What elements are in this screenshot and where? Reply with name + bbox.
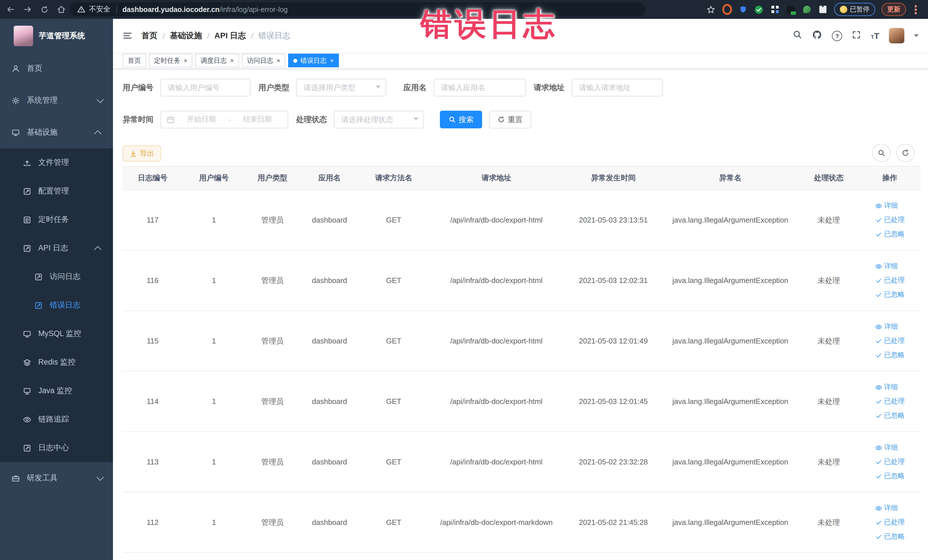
sidebar-item-job[interactable]: 定时任务 bbox=[0, 205, 113, 234]
extension-orange-icon[interactable] bbox=[722, 5, 732, 14]
sidebar-item-log-center[interactable]: 日志中心 bbox=[0, 433, 113, 462]
home-icon[interactable] bbox=[56, 5, 66, 14]
extension-on-icon[interactable] bbox=[786, 5, 796, 14]
row-action-ignored[interactable]: 已忽略 bbox=[875, 290, 905, 299]
log-id-cell: 113 bbox=[123, 432, 183, 492]
avatar[interactable] bbox=[889, 28, 904, 43]
bookmark-star-icon[interactable] bbox=[706, 5, 716, 14]
row-action-detail[interactable]: 详细 bbox=[875, 322, 898, 331]
filter-label: 处理状态 bbox=[296, 114, 327, 125]
user-type-cell: 管理员 bbox=[245, 311, 299, 371]
sidebar-item-config[interactable]: 配置管理 bbox=[0, 177, 113, 205]
update-button[interactable]: 更新 bbox=[882, 3, 906, 16]
extension-plant-icon[interactable] bbox=[802, 5, 812, 14]
chevron-down-icon[interactable] bbox=[914, 34, 919, 37]
eye-icon bbox=[875, 323, 882, 330]
row-action-ignored[interactable]: 已忽略 bbox=[875, 411, 905, 421]
extension-grid-icon[interactable] bbox=[770, 5, 780, 14]
breadcrumb-item[interactable]: 首页 bbox=[142, 31, 157, 41]
row-action-detail[interactable]: 详细 bbox=[875, 201, 898, 211]
hamburger-icon[interactable] bbox=[123, 31, 132, 41]
sidebar-item-api-log[interactable]: API 日志 bbox=[0, 234, 113, 262]
close-icon[interactable]: × bbox=[330, 57, 334, 64]
font-size-icon[interactable]: TT bbox=[871, 31, 879, 40]
process-status-select[interactable] bbox=[334, 111, 424, 128]
search-button[interactable]: 搜索 bbox=[440, 111, 482, 128]
row-action-ignored[interactable]: 已忽略 bbox=[875, 532, 905, 542]
row-action-detail[interactable]: 详细 bbox=[875, 443, 898, 452]
sidebar-item-label: Redis 监控 bbox=[38, 357, 76, 368]
sidebar-item-mysql[interactable]: MySQL 监控 bbox=[0, 319, 113, 348]
row-action-ignored[interactable]: 已忽略 bbox=[875, 229, 905, 239]
request-url-cell: /api/infra/db-doc/export-html bbox=[428, 250, 565, 311]
sidebar-item-file[interactable]: 文件管理 bbox=[0, 148, 113, 177]
row-action-processed[interactable]: 已处理 bbox=[875, 215, 905, 225]
app-logo[interactable]: 芋道管理系统 bbox=[0, 19, 113, 52]
log-id-cell: 112 bbox=[123, 492, 183, 552]
tab-错误日志[interactable]: 错误日志× bbox=[288, 53, 339, 67]
date-range-picker[interactable]: 开始日期 - 结束日期 bbox=[160, 111, 288, 128]
sidebar-item-devtools[interactable]: 研发工具 bbox=[0, 462, 113, 494]
chevron-down-icon bbox=[97, 473, 104, 481]
sidebar-item-trace[interactable]: 链路追踪 bbox=[0, 405, 113, 433]
breadcrumb-item[interactable]: API 日志 bbox=[215, 31, 246, 41]
extension-shield-icon[interactable] bbox=[738, 5, 748, 14]
row-action-processed[interactable]: 已处理 bbox=[875, 457, 905, 467]
extensions-puzzle-icon[interactable] bbox=[818, 5, 827, 14]
tab-定时任务[interactable]: 定时任务× bbox=[149, 53, 192, 67]
sidebar-item-home[interactable]: 首页 bbox=[0, 52, 113, 84]
profile-paused-chip[interactable]: 已暂停 bbox=[834, 3, 875, 16]
tab-首页[interactable]: 首页 bbox=[123, 53, 146, 67]
row-action-processed[interactable]: 已处理 bbox=[875, 397, 905, 406]
user-type-cell: 管理员 bbox=[245, 432, 299, 492]
browser-menu-icon[interactable] bbox=[914, 8, 917, 11]
user-type-cell: 管理员 bbox=[245, 371, 299, 432]
row-action-ignored[interactable]: 已忽略 bbox=[875, 350, 905, 360]
search-toggle-button[interactable] bbox=[872, 144, 891, 162]
app-name-input[interactable] bbox=[433, 79, 526, 96]
fullscreen-icon[interactable] bbox=[852, 30, 861, 41]
breadcrumb-item[interactable]: 基础设施 bbox=[170, 31, 202, 41]
close-icon[interactable]: × bbox=[184, 57, 188, 64]
time-cell: 2021-05-03 23:13:51 bbox=[565, 190, 662, 250]
sidebar-item-system[interactable]: 系统管理 bbox=[0, 84, 113, 116]
reset-button[interactable]: 重置 bbox=[489, 111, 531, 128]
row-action-processed[interactable]: 已处理 bbox=[875, 517, 905, 527]
tab-调度日志[interactable]: 调度日志× bbox=[195, 53, 239, 67]
sidebar-item-label: 文件管理 bbox=[38, 157, 69, 168]
user-id-input[interactable] bbox=[160, 79, 250, 96]
export-button[interactable]: 导出 bbox=[123, 145, 161, 162]
close-icon[interactable]: × bbox=[230, 57, 234, 64]
search-icon[interactable] bbox=[793, 30, 803, 42]
sidebar-item-access-log[interactable]: 访问日志 bbox=[0, 262, 113, 291]
forward-icon[interactable] bbox=[23, 5, 32, 14]
github-icon[interactable] bbox=[812, 29, 823, 42]
exception-cell: java.lang.IllegalArgumentException bbox=[662, 190, 799, 250]
security-label[interactable]: 不安全 bbox=[89, 5, 110, 14]
screenshot-root: 不安全 dashboard.yudao.iocoder.cn/infra/log… bbox=[0, 0, 928, 560]
warning-icon bbox=[76, 5, 86, 14]
sidebar-item-error-log[interactable]: 错误日志 bbox=[0, 291, 113, 319]
monitor-icon bbox=[23, 330, 31, 338]
row-action-processed[interactable]: 已处理 bbox=[875, 276, 905, 285]
row-action-ignored[interactable]: 已忽略 bbox=[875, 471, 905, 481]
address-bar[interactable]: 不安全 dashboard.yudao.iocoder.cn/infra/log… bbox=[70, 2, 645, 17]
calendar-icon bbox=[166, 116, 175, 124]
tab-访问日志[interactable]: 访问日志× bbox=[242, 53, 285, 67]
close-icon[interactable]: × bbox=[277, 57, 281, 64]
reload-icon[interactable] bbox=[40, 5, 49, 14]
sidebar-item-java[interactable]: Java 监控 bbox=[0, 377, 113, 405]
row-action-detail[interactable]: 详细 bbox=[875, 382, 898, 392]
sidebar-item-redis[interactable]: Redis 监控 bbox=[0, 348, 113, 377]
extension-check-icon[interactable] bbox=[754, 5, 764, 14]
sidebar-item-infra[interactable]: 基础设施 bbox=[0, 116, 113, 148]
row-action-processed[interactable]: 已处理 bbox=[875, 336, 905, 346]
request-url-input[interactable] bbox=[571, 79, 663, 96]
upload-icon bbox=[23, 158, 31, 167]
row-action-detail[interactable]: 详细 bbox=[875, 503, 898, 513]
help-icon[interactable]: ? bbox=[832, 31, 843, 41]
user-type-select[interactable] bbox=[296, 79, 386, 96]
refresh-button[interactable] bbox=[896, 144, 914, 162]
row-action-detail[interactable]: 详细 bbox=[875, 261, 898, 271]
back-icon[interactable] bbox=[6, 5, 15, 14]
